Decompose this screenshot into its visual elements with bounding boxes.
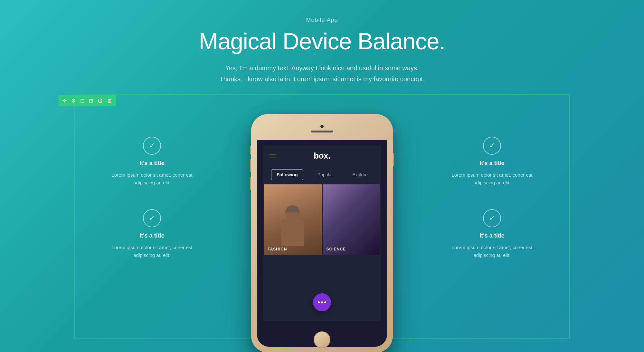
page-wrapper: Mobile App Magical Device Balance. Yes, … [0,0,644,352]
home-button[interactable] [314,331,330,348]
feature-desc-right-2: Lorem ipsum dolor sit amet, coner est ad… [447,244,537,259]
add-icon[interactable]: ✛ [62,98,67,104]
vol-up-button [250,159,251,172]
science-background [323,184,381,255]
check-icon-right-1: ✓ [483,137,501,155]
feature-title-right-1: It's a title [479,160,504,167]
check-icon-left-2: ✓ [143,209,161,227]
feature-desc-left-1: Lorem ipsum dolor sit amet, coner est ad… [107,171,197,187]
mute-button [250,146,251,154]
clone-icon[interactable]: ⊡ [80,98,84,104]
feature-title-left-1: It's a title [139,160,164,167]
app-cards-grid: FASHION SCIENCE [263,183,381,256]
check-icon-right-2: ✓ [483,209,501,227]
page-description: Yes, I'm a dummy text. Anyway I look nic… [199,63,445,84]
app-nav: Following Popular Explore [263,166,381,183]
feature-desc-right-1: Lorem ipsum dolor sit amet, coner est ad… [447,171,537,187]
speaker-grill [311,131,333,132]
feature-title-right-2: It's a title [479,232,504,239]
page-subtitle: Mobile App [199,17,445,24]
phone-outer: box. Following Popular Explore [251,114,393,352]
edit-toolbar[interactable]: ✛ ⚙ ⊡ ⊞ ⏻ 🗑 [59,95,116,106]
card-label-science: SCIENCE [327,247,346,251]
card-science[interactable]: SCIENCE [323,184,381,255]
chat-dot-3 [324,301,326,303]
fashion-person [281,205,304,246]
person-body [281,220,304,246]
phone-mockup: box. Following Popular Explore [251,114,393,352]
page-title: Magical Device Balance. [199,29,445,54]
nav-tab-explore[interactable]: Explore [347,170,373,180]
phone-screen: box. Following Popular Explore [263,146,381,321]
left-features: ✓ It's a title Lorem ipsum dolor sit ame… [107,121,197,259]
desc-line2: Thanks. I know also latin. Lorem ipsum s… [220,75,425,83]
feature-desc-left-2: Lorem ipsum dolor sit amet, coner est ad… [107,244,197,259]
nav-tab-popular[interactable]: Popular [312,170,338,180]
phone-top-bar [251,114,393,140]
chat-dot-1 [318,301,320,303]
gear-icon[interactable]: ⚙ [71,98,76,104]
feature-title-left-2: It's a title [139,232,164,239]
feature-right-1: ✓ It's a title Lorem ipsum dolor sit ame… [447,137,537,187]
hamburger-menu[interactable] [269,154,276,158]
hamburger-line-1 [269,154,276,154]
card-fashion[interactable]: FASHION [264,184,322,255]
chat-dots [318,301,326,303]
content-section: ✓ It's a title Lorem ipsum dolor sit ame… [74,94,570,339]
grid-icon[interactable]: ⊞ [89,98,93,104]
delete-icon[interactable]: 🗑 [107,98,112,104]
check-icon-left-1: ✓ [143,137,161,155]
person-hat [285,205,300,212]
chat-dot-2 [321,301,323,303]
feature-right-2: ✓ It's a title Lorem ipsum dolor sit ame… [447,209,537,259]
power-icon[interactable]: ⏻ [98,98,103,104]
desc-line1: Yes, I'm a dummy text. Anyway I look nic… [225,64,419,72]
feature-left-1: ✓ It's a title Lorem ipsum dolor sit ame… [107,137,197,187]
power-button [393,153,394,166]
chat-bubble[interactable] [313,293,331,311]
app-header: box. [263,146,381,166]
vol-down-button [250,177,251,190]
right-features: ✓ It's a title Lorem ipsum dolor sit ame… [447,121,537,259]
nav-tab-following[interactable]: Following [271,169,303,180]
card-label-fashion: FASHION [268,247,287,251]
phone-screen-wrapper: box. Following Popular Explore [257,120,387,347]
person-head [285,205,300,220]
hamburger-line-3 [269,158,276,158]
page-header: Mobile App Magical Device Balance. Yes, … [199,0,445,84]
camera-dot [320,125,324,128]
hamburger-line-2 [269,156,276,156]
feature-left-2: ✓ It's a title Lorem ipsum dolor sit ame… [107,209,197,259]
app-logo: box. [314,151,330,161]
